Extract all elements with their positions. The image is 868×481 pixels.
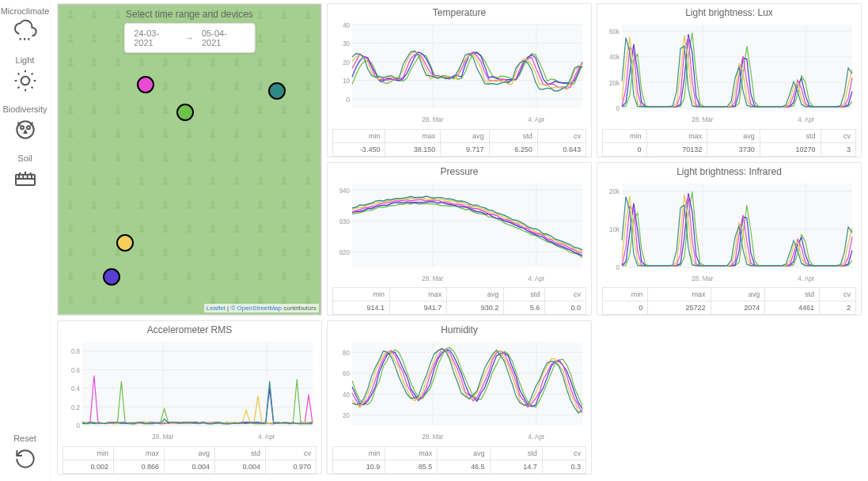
humidity-stats: minmaxavgstdcv 10.985.546.514.70.3 [332, 446, 586, 474]
panel-title: Accelerometer RMS [58, 321, 321, 337]
panel-title: Temperature [328, 4, 591, 20]
svg-text:40k: 40k [609, 53, 620, 62]
svg-text:40: 40 [343, 21, 350, 29]
svg-text:920: 920 [339, 248, 350, 256]
svg-text:0: 0 [347, 95, 351, 104]
svg-rect-21 [352, 184, 582, 267]
svg-text:30: 30 [343, 39, 350, 47]
date-range-picker[interactable]: 24-03-2021 → 05-04-2021 [123, 23, 256, 53]
map-panel: Leaflet | © OpenStreetMap contributors S… [57, 3, 322, 316]
svg-text:10k: 10k [609, 225, 620, 233]
svg-text:940: 940 [339, 185, 350, 194]
svg-text:0.4: 0.4 [71, 384, 80, 393]
cloud-rain-icon [12, 19, 37, 44]
svg-text:0: 0 [77, 422, 81, 430]
sidebar-item-light[interactable]: Light [13, 55, 38, 93]
sidebar: Microclimate Light Biodiversity Soil Res… [0, 0, 51, 481]
svg-text:40: 40 [343, 390, 350, 399]
svg-text:28. Mar: 28. Mar [692, 115, 713, 123]
humidity-panel: Humidity 2040608028. Mar4. Apr minmaxavg… [327, 320, 592, 475]
svg-text:28. Mar: 28. Mar [692, 274, 713, 282]
temperature-chart[interactable]: 01020304028. Mar4. Apr [332, 20, 586, 126]
infrared-stats: minmaxavgstdcv 025722207444612 [602, 287, 856, 315]
device-marker[interactable] [103, 268, 120, 286]
svg-text:0.8: 0.8 [71, 347, 80, 356]
svg-text:28. Mar: 28. Mar [422, 274, 443, 282]
infrared-panel: Light brightness: Infrared 010k20k28. Ma… [597, 162, 862, 316]
pressure-panel: Pressure 92093094028. Mar4. Apr minmaxav… [327, 162, 592, 316]
reset-icon [13, 446, 38, 472]
svg-text:28. Mar: 28. Mar [422, 115, 443, 123]
sidebar-item-microclimate[interactable]: Microclimate [1, 6, 50, 44]
sidebar-item-label: Reset [13, 434, 36, 443]
soil-icon [13, 166, 38, 191]
accelerometer-panel: Accelerometer RMS 00.20.40.60.828. Mar4.… [57, 320, 322, 475]
svg-text:4. Apr: 4. Apr [528, 115, 544, 123]
panel-title: Pressure [328, 163, 591, 179]
humidity-chart[interactable]: 2040608028. Mar4. Apr [332, 337, 586, 443]
date-end: 05-04-2021 [202, 28, 245, 47]
sidebar-item-label: Light [16, 55, 35, 65]
svg-rect-45 [622, 25, 852, 108]
panel-title: Humidity [328, 321, 591, 337]
sidebar-item-reset[interactable]: Reset [13, 434, 38, 472]
leaflet-link[interactable]: Leaflet [207, 305, 226, 312]
pressure-stats: minmaxavgstdcv 914.1941.7930.25.60.0 [332, 287, 586, 315]
svg-text:4. Apr: 4. Apr [528, 274, 544, 282]
sidebar-item-label: Biodiversity [2, 104, 47, 114]
svg-text:0: 0 [616, 263, 620, 271]
svg-text:0.2: 0.2 [71, 403, 80, 412]
arrow-right-icon: → [185, 33, 194, 43]
sun-icon [13, 68, 38, 93]
svg-text:0.6: 0.6 [71, 366, 80, 375]
sidebar-item-label: Microclimate [1, 6, 50, 16]
accelerometer-chart[interactable]: 00.20.40.60.828. Mar4. Apr [63, 337, 316, 443]
main-grid: Leaflet | © OpenStreetMap contributors S… [51, 0, 868, 481]
date-start: 24-03-2021 [134, 28, 177, 47]
infrared-chart[interactable]: 010k20k28. Mar4. Apr [602, 179, 856, 285]
svg-rect-69 [82, 342, 313, 426]
svg-text:4. Apr: 4. Apr [258, 432, 275, 441]
sidebar-item-soil[interactable]: Soil [13, 153, 38, 191]
owl-icon [13, 117, 38, 142]
svg-text:20: 20 [343, 58, 350, 66]
svg-text:20: 20 [343, 411, 350, 420]
svg-text:28. Mar: 28. Mar [152, 432, 173, 441]
device-marker[interactable] [268, 82, 286, 100]
svg-text:0: 0 [616, 104, 620, 113]
svg-text:20k: 20k [609, 187, 620, 195]
temperature-stats: minmaxavgstdcv -3.45038.1509.7176.2500.6… [332, 129, 586, 157]
accelerometer-stats: minmaxavgstdcv 0.0020.8660.0040.0040.970 [63, 446, 316, 474]
svg-text:28. Mar: 28. Mar [422, 432, 443, 441]
map-title: Select time range and devices [58, 9, 321, 20]
svg-text:4. Apr: 4. Apr [798, 274, 814, 282]
svg-rect-58 [622, 184, 852, 267]
svg-text:10: 10 [343, 76, 350, 85]
svg-text:930: 930 [339, 217, 350, 225]
panel-title: Light brightness: Infrared [597, 163, 861, 179]
map-attribution: Leaflet | © OpenStreetMap contributors [204, 304, 319, 312]
stats-value-row: -3.45038.1509.7176.2500.643 [333, 142, 586, 156]
sidebar-item-label: Soil [17, 153, 32, 163]
sidebar-item-biodiversity[interactable]: Biodiversity [2, 104, 47, 142]
osm-link[interactable]: © OpenStreetMap [230, 305, 282, 312]
svg-text:60: 60 [343, 369, 350, 378]
stats-header-row: minmaxavgstdcv [333, 129, 586, 142]
device-marker[interactable] [176, 104, 194, 121]
device-marker[interactable] [116, 234, 134, 252]
svg-text:4. Apr: 4. Apr [528, 432, 544, 441]
svg-point-2 [21, 126, 24, 129]
svg-point-0 [21, 77, 29, 85]
panel-title: Light brightness: Lux [597, 4, 861, 20]
temperature-panel: Temperature 01020304028. Mar4. Apr minma… [327, 3, 592, 157]
lux-panel: Light brightness: Lux 020k40k60k28. Mar4… [597, 3, 862, 157]
lux-stats: minmaxavgstdcv 0701323730102703 [602, 129, 856, 157]
svg-text:60k: 60k [609, 27, 620, 36]
svg-point-3 [27, 126, 30, 129]
svg-text:80: 80 [343, 349, 350, 358]
lux-chart[interactable]: 020k40k60k28. Mar4. Apr [602, 20, 856, 126]
svg-text:4. Apr: 4. Apr [798, 115, 814, 123]
pressure-chart[interactable]: 92093094028. Mar4. Apr [332, 179, 586, 285]
svg-text:20k: 20k [609, 78, 620, 87]
